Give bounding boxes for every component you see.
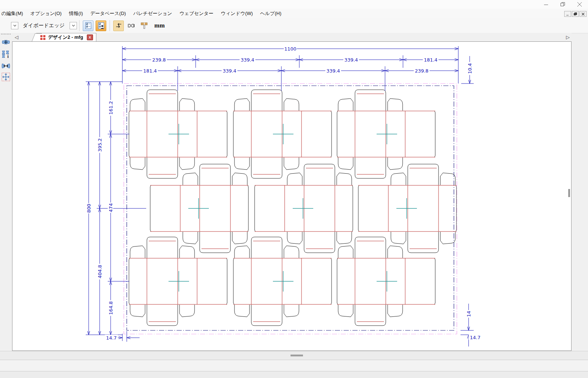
- tab-design2-mfg[interactable]: デザイン2 - mfg x: [36, 33, 96, 41]
- layout-drawing[interactable]: 1100239.8339.4339.4181.4181.4339.4339.42…: [12, 42, 572, 351]
- dimension-label: 181.4: [423, 57, 439, 63]
- menu-item-6[interactable]: ウィンドウ(W): [217, 9, 256, 18]
- nail-tool-button[interactable]: [139, 21, 149, 31]
- dimension-label: 181.4: [142, 68, 158, 74]
- swap-direction-button[interactable]: [113, 21, 124, 31]
- toolbar-grip[interactable]: [1, 33, 11, 35]
- menu-item-7[interactable]: ヘルプ(H): [256, 9, 285, 18]
- edge-list-dropdown[interactable]: [70, 22, 77, 29]
- swap-arrows-icon: [115, 22, 122, 29]
- layer-checklist-button[interactable]: [83, 21, 93, 31]
- layer-checklist-user-button[interactable]: [96, 21, 106, 31]
- dimension-label: 395.2: [97, 137, 103, 153]
- svg-text:339.4: 339.4: [223, 68, 236, 74]
- svg-text:800: 800: [86, 204, 92, 213]
- move-layout-icon: [1, 73, 10, 81]
- add-blank-icon: [1, 38, 10, 47]
- layer-checklist-user-icon: [97, 22, 105, 29]
- mdi-minimize-icon[interactable]: [564, 11, 571, 17]
- scrollbar-thumb[interactable]: [568, 189, 570, 197]
- move-layout-button[interactable]: [1, 73, 10, 81]
- dimension-label: 474: [108, 203, 114, 213]
- status-bar: [0, 360, 588, 371]
- dimension-label: 800: [86, 203, 92, 213]
- svg-text:1100: 1100: [284, 46, 296, 52]
- dimension-label: 339.4: [240, 57, 255, 63]
- carton-blank-0[interactable]: [129, 90, 227, 178]
- chevron-down-icon: [72, 25, 75, 27]
- svg-text:14: 14: [466, 311, 471, 317]
- unit-label: mm: [154, 22, 164, 29]
- tab-scroll-right-icon[interactable]: ▷: [565, 34, 571, 40]
- dimension-label: 1100: [284, 46, 297, 52]
- carton-blank-8[interactable]: [337, 237, 435, 326]
- blank-spacing-button[interactable]: [1, 62, 10, 70]
- dimension-label: 14: [466, 310, 471, 318]
- main-toolbar: ダイボードエッジ: [0, 18, 588, 33]
- dimension-label: 161.2: [108, 100, 114, 116]
- tab-close-icon[interactable]: x: [87, 34, 93, 40]
- nail-icon: [140, 22, 148, 30]
- carton-blank-6[interactable]: [129, 237, 227, 326]
- carton-blank-7[interactable]: [233, 237, 332, 326]
- horizontal-splitter[interactable]: [0, 351, 588, 360]
- drawing-canvas[interactable]: 1100239.8339.4339.4181.4181.4339.4339.42…: [12, 41, 572, 351]
- carton-blank-3[interactable]: [150, 164, 248, 253]
- menu-item-3[interactable]: データベース(D): [86, 9, 129, 18]
- svg-text:395.2: 395.2: [97, 138, 103, 152]
- edge-toggle-dropdown[interactable]: [11, 22, 18, 29]
- svg-text:404.8: 404.8: [97, 265, 103, 278]
- tab-title: デザイン2 - mfg: [48, 34, 83, 41]
- dimension-label: 339.4: [343, 57, 359, 63]
- title-bar: [0, 0, 588, 9]
- menu-item-0[interactable]: の編集(M): [0, 9, 27, 18]
- tab-scroll-left-icon[interactable]: ◁: [14, 34, 19, 40]
- mdi-restore-icon[interactable]: [572, 11, 579, 17]
- add-blank-button[interactable]: [1, 38, 10, 47]
- svg-text:239.8: 239.8: [415, 68, 428, 74]
- mdi-window-controls: [564, 11, 587, 17]
- svg-text:14.7: 14.7: [470, 335, 481, 340]
- svg-text:181.4: 181.4: [143, 68, 157, 74]
- svg-text:339.4: 339.4: [344, 57, 358, 63]
- carton-blank-1[interactable]: [233, 90, 332, 178]
- toolbar-separator: [110, 20, 110, 31]
- svg-text:14.7: 14.7: [106, 335, 117, 341]
- carton-blank-5[interactable]: [358, 164, 456, 253]
- bridge-tool-button[interactable]: [126, 21, 137, 31]
- menu-item-2[interactable]: 情報(I): [65, 9, 86, 18]
- menu-items: の編集(M)オプション(O)情報(I)データベース(D)パレチゼーションウェブセ…: [0, 9, 285, 18]
- layer-checklist-icon: [85, 22, 92, 29]
- application-window: の編集(M)オプション(O)情報(I)データベース(D)パレチゼーションウェブセ…: [0, 0, 588, 378]
- bridge-icon: [127, 22, 136, 29]
- window-controls: [537, 0, 588, 9]
- carton-blank-2[interactable]: [337, 90, 435, 178]
- close-icon[interactable]: [571, 0, 588, 9]
- side-toolbar: i: [0, 33, 12, 351]
- svg-text:474: 474: [108, 203, 114, 212]
- dimension-label: 339.4: [222, 68, 237, 74]
- blank-info-icon: i: [1, 50, 10, 59]
- svg-text:181.4: 181.4: [424, 57, 437, 63]
- chevron-down-icon: [13, 25, 16, 27]
- carton-blank-4[interactable]: [255, 164, 353, 253]
- dimension-label: 339.4: [325, 68, 341, 74]
- dimension-label: 14.7: [105, 335, 118, 341]
- menu-item-5[interactable]: ウェブセンター: [176, 9, 217, 18]
- dimension-label: 10.4: [467, 62, 473, 75]
- dimension-label: 404.8: [97, 264, 103, 279]
- splitter-grip-icon[interactable]: [291, 355, 303, 356]
- dimension-label: 239.8: [151, 57, 167, 63]
- menu-item-4[interactable]: パレチゼーション: [130, 9, 176, 18]
- mdi-close-icon[interactable]: [580, 11, 587, 17]
- blank-info-button[interactable]: i: [1, 50, 10, 59]
- restore-icon[interactable]: [554, 0, 571, 9]
- menu-bar: の編集(M)オプション(O)情報(I)データベース(D)パレチゼーションウェブセ…: [0, 9, 588, 19]
- dimension-label: 164.8: [108, 300, 114, 316]
- svg-text:161.2: 161.2: [108, 101, 114, 115]
- menu-item-1[interactable]: オプション(O): [27, 9, 65, 18]
- svg-text:339.4: 339.4: [241, 57, 254, 63]
- svg-text:239.8: 239.8: [152, 57, 166, 63]
- minimize-icon[interactable]: [537, 0, 554, 9]
- svg-text:i: i: [7, 53, 9, 59]
